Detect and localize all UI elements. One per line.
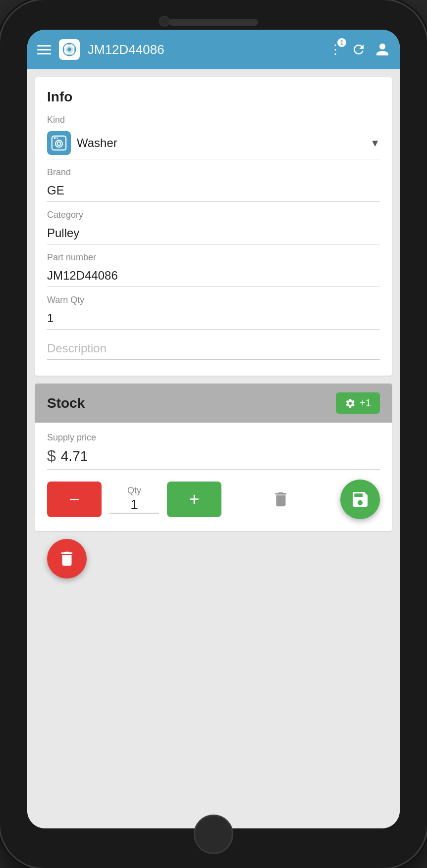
description-input[interactable]: Description [47,338,380,360]
stock-add-button[interactable]: +1 [336,392,380,414]
more-options-button[interactable]: ⋮ 1 [329,42,342,57]
supply-price-value: $ 4.71 [47,447,380,470]
stock-add-label: +1 [360,397,371,409]
qty-row: − Qty + [47,480,380,519]
minus-icon: − [69,489,79,510]
notification-badge: 1 [337,38,346,47]
stock-body: Supply price $ 4.71 − Qty [35,423,392,531]
part-number-input[interactable] [47,265,380,287]
chevron-down-icon: ▼ [370,138,380,149]
app-logo [59,39,80,60]
kind-label: Kind [47,115,380,125]
svg-point-3 [57,142,60,145]
delete-fab-icon [57,549,76,568]
qty-label: Qty [127,485,141,496]
svg-point-5 [56,138,58,139]
bottom-fab-area [35,539,392,582]
qty-increase-button[interactable]: + [167,482,221,517]
profile-button[interactable] [375,42,390,57]
brand-input[interactable] [47,180,380,202]
person-icon [375,42,390,57]
phone-frame: JM12D44086 ⋮ 1 [0,0,427,868]
part-number-field-group: Part number [47,252,380,287]
menu-button[interactable] [37,45,51,54]
save-icon [350,489,370,509]
part-number-label: Part number [47,252,380,263]
kind-dropdown[interactable]: Washer ▼ [47,127,380,159]
stock-header: Stock +1 [35,384,392,423]
brand-label: Brand [47,167,380,178]
warn-qty-input[interactable] [47,307,380,330]
svg-point-0 [67,48,71,51]
kind-value: Washer [77,136,117,150]
screen-content: Info Kind [27,69,400,828]
svg-point-4 [53,137,55,139]
warn-qty-label: Warn Qty [47,295,380,305]
warn-qty-field-group: Warn Qty [47,295,380,330]
kind-field-group: Kind [47,115,380,159]
supply-price-label: Supply price [47,433,380,443]
refresh-icon [351,42,366,57]
svg-point-2 [55,140,62,147]
brand-field-group: Brand [47,167,380,202]
qty-decrease-button[interactable]: − [47,482,102,517]
category-label: Category [47,210,380,220]
app-bar-actions: ⋮ 1 [329,42,390,57]
phone-screen: JM12D44086 ⋮ 1 [27,30,400,828]
phone-camera [159,16,170,27]
gear-small-icon [345,398,356,409]
phone-speaker [169,19,258,26]
qty-input-group: Qty [109,485,159,514]
supply-price-amount: 4.71 [61,448,88,464]
app-bar: JM12D44086 ⋮ 1 [27,30,400,69]
stock-section: Stock +1 Supply price $ 4.71 [35,384,392,531]
category-input[interactable] [47,222,380,244]
app-bar-title: JM12D44086 [88,42,321,57]
save-button[interactable] [340,480,380,519]
delete-item-button[interactable] [229,490,332,509]
category-field-group: Category [47,210,380,244]
info-card: Info Kind [35,77,392,376]
info-card-title: Info [47,89,380,105]
plus-icon: + [189,489,199,510]
trash-icon [271,490,290,509]
phone-home-button[interactable] [194,815,233,854]
stock-title: Stock [47,395,85,411]
currency-symbol: $ [47,447,56,465]
description-field-group: Description [47,338,380,360]
delete-fab-button[interactable] [47,539,87,579]
refresh-button[interactable] [351,42,366,57]
qty-input[interactable] [109,497,159,514]
washer-icon-container [47,131,71,155]
kind-left: Washer [47,131,117,155]
